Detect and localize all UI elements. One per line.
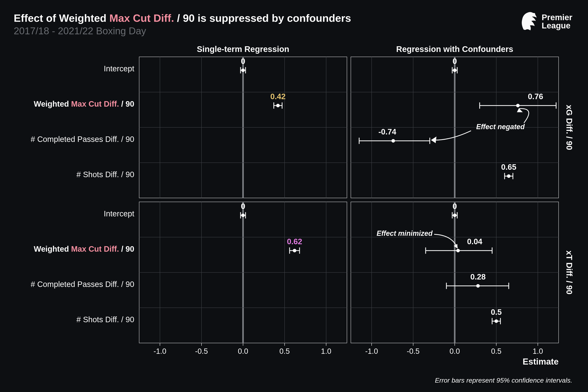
plot-svg: Single-term RegressionRegression with Co… — [14, 43, 574, 366]
x-axis-title: Estimate — [523, 357, 558, 366]
point-estimate — [241, 68, 245, 72]
title-prefix: Effect of Weighted — [14, 12, 109, 24]
point-estimate — [453, 214, 456, 217]
point-estimate — [456, 249, 460, 252]
point-estimate — [293, 249, 296, 252]
title-highlight: Max Cut Diff. — [109, 12, 174, 24]
y-category-label: # Shots Diff. / 90 — [76, 170, 134, 179]
point-estimate — [276, 104, 280, 107]
footnote: Error bars represent 95% confidence inte… — [435, 376, 572, 384]
x-tick-label: 0.0 — [238, 347, 248, 355]
forest-plot: Single-term RegressionRegression with Co… — [14, 43, 574, 366]
point-value-label: 0.65 — [501, 163, 516, 171]
x-tick-label: -1.0 — [365, 347, 378, 355]
annotation-arrow — [434, 234, 457, 248]
point-value-label: 0.62 — [287, 237, 302, 246]
y-category-label: # Completed Passes Diff. / 90 — [31, 280, 134, 288]
y-category-label: Weighted Max Cut Diff. / 90 — [34, 244, 134, 253]
point-value-label: 0 — [452, 57, 457, 66]
y-category-label: Intercept — [104, 64, 134, 73]
point-value-label: 0.5 — [491, 308, 502, 316]
logo-text-2: League — [542, 22, 572, 30]
x-tick-label: 0.0 — [450, 347, 460, 355]
x-tick-label: -0.5 — [407, 347, 420, 355]
facet-row-title: xT Diff. / 90 — [565, 250, 574, 294]
facet-col-title: Regression with Confounders — [396, 44, 513, 54]
x-tick-label: 0.5 — [280, 347, 290, 355]
chart-subtitle: 2017/18 - 2021/22 Boxing Day — [14, 25, 574, 37]
point-value-label: 0 — [241, 57, 245, 66]
logo-text-1: Premier — [542, 13, 572, 22]
facet-row-title: xG Diff. / 90 — [565, 105, 574, 150]
svg-point-0 — [532, 13, 535, 16]
y-category-label: Intercept — [104, 209, 134, 218]
x-tick-label: 0.5 — [491, 347, 502, 355]
point-estimate — [392, 139, 395, 142]
point-estimate — [476, 284, 480, 288]
title-suffix: / 90 is suppressed by confounders — [174, 12, 351, 24]
annotation-effect-negated: Effect negated — [476, 123, 525, 131]
point-value-label: -0.74 — [378, 128, 396, 136]
point-estimate — [507, 174, 510, 178]
point-value-label: 0.42 — [270, 92, 286, 101]
x-tick-label: -1.0 — [154, 347, 166, 355]
svg-marker-2 — [431, 136, 436, 143]
annotation-effect-minimized: Effect minimized — [377, 229, 433, 237]
point-estimate — [241, 214, 245, 217]
point-estimate — [516, 104, 520, 107]
point-value-label: 0.76 — [528, 92, 543, 101]
y-category-label: Weighted Max Cut Diff. / 90 — [34, 100, 134, 108]
point-value-label: 0.04 — [467, 237, 482, 246]
premier-league-logo: Premier League — [520, 11, 572, 32]
y-category-label: # Shots Diff. / 90 — [76, 315, 134, 324]
annotation-arrow — [432, 131, 471, 140]
point-value-label: 0 — [241, 202, 245, 210]
point-value-label: 0 — [452, 202, 457, 210]
x-tick-label: -0.5 — [195, 347, 208, 355]
facet-col-title: Single-term Regression — [197, 44, 289, 54]
x-tick-label: 1.0 — [321, 347, 332, 355]
point-estimate — [453, 68, 456, 72]
point-estimate — [494, 319, 498, 323]
point-value-label: 0.28 — [470, 272, 486, 281]
x-tick-label: 1.0 — [533, 347, 543, 355]
chart-title: Effect of Weighted Max Cut Diff. / 90 is… — [14, 12, 574, 24]
y-category-label: # Completed Passes Diff. / 90 — [31, 135, 134, 144]
lion-icon — [520, 11, 538, 32]
